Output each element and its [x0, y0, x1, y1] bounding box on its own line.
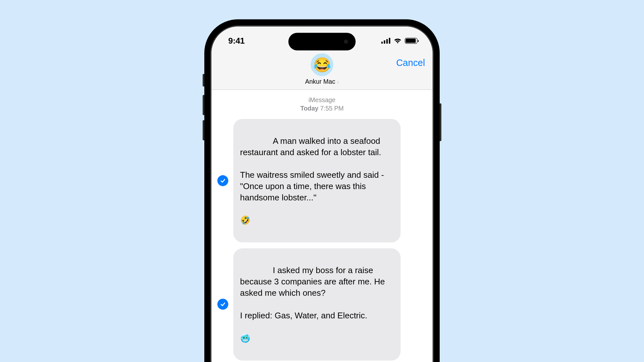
thread-timestamp: iMessage Today 7:55 PM — [217, 96, 426, 113]
message-thread: iMessage Today 7:55 PM A man walked into… — [211, 90, 433, 360]
message-row: I asked my boss for a raise because 3 co… — [217, 248, 426, 360]
service-label: iMessage — [308, 96, 335, 103]
svg-rect-2 — [386, 39, 388, 44]
svg-rect-3 — [389, 38, 391, 44]
message-bubble[interactable]: A man walked into a seafood restaurant a… — [233, 119, 401, 242]
thread-time: 7:55 PM — [320, 105, 344, 112]
contact-name-button[interactable]: Ankur Mac › — [305, 78, 339, 85]
wifi-icon — [393, 38, 402, 44]
selection-checkmark[interactable] — [217, 299, 228, 310]
dynamic-island — [288, 33, 356, 50]
svg-rect-1 — [384, 40, 385, 44]
iphone-device-frame: 9:41 😂 — [204, 19, 440, 362]
avatar-emoji: 😂 — [313, 56, 331, 73]
selection-checkmark[interactable] — [217, 175, 228, 186]
status-time: 9:41 — [228, 33, 244, 46]
chevron-right-icon: › — [337, 78, 339, 85]
message-text: I asked my boss for a raise because 3 co… — [240, 265, 387, 343]
contact-name-label: Ankur Mac — [305, 78, 335, 85]
cancel-button[interactable]: Cancel — [396, 58, 425, 69]
conversation-header: 😂 Ankur Mac › Cancel — [211, 52, 433, 90]
battery-icon — [405, 38, 417, 44]
date-prefix: Today — [300, 105, 318, 112]
svg-rect-0 — [381, 42, 383, 44]
message-row: A man walked into a seafood restaurant a… — [217, 119, 426, 242]
contact-avatar[interactable]: 😂 — [311, 53, 333, 76]
message-bubble[interactable]: I asked my boss for a raise because 3 co… — [233, 248, 401, 360]
phone-screen: 9:41 😂 — [211, 27, 433, 362]
message-text: A man walked into a seafood restaurant a… — [240, 136, 386, 225]
cellular-signal-icon — [381, 38, 391, 44]
